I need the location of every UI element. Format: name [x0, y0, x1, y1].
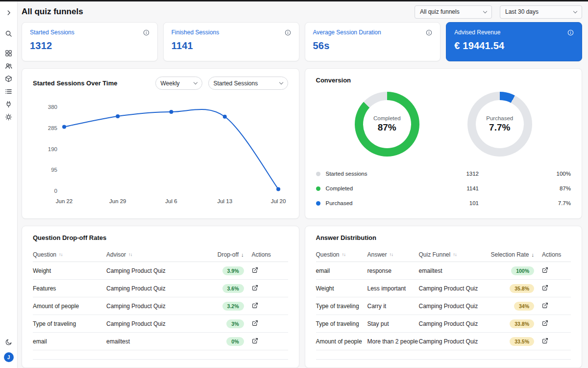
table-row: Features Camping Product Quiz 3.6% — [33, 280, 288, 297]
question-cell: email — [316, 267, 368, 274]
answer-cell: Stay put — [368, 320, 419, 327]
column-header-quiz-funnel[interactable]: Quiz Funnel↑↓ — [419, 251, 485, 258]
legend-percent: 87% — [479, 185, 571, 191]
svg-text:Jun 29: Jun 29 — [109, 198, 126, 204]
donut-value: 7.7% — [489, 122, 510, 133]
external-link-icon[interactable] — [542, 338, 548, 344]
question-cell: Weight — [33, 267, 106, 274]
stat-card-started-sessions: Started Sessions 1312 — [22, 22, 158, 61]
stat-card-advised-revenue: Advised Revenue € 19441.54 — [446, 22, 582, 61]
page-title: All quiz funnels — [22, 7, 415, 17]
column-header-answer[interactable]: Answer↑↓ — [368, 251, 419, 258]
external-link-icon[interactable] — [252, 302, 258, 309]
funnel-filter-value: All quiz funnels — [420, 8, 460, 15]
svg-text:0: 0 — [54, 188, 57, 194]
info-icon[interactable] — [426, 29, 432, 36]
external-link-icon[interactable] — [252, 320, 258, 326]
stat-value: 56s — [313, 40, 433, 52]
table-row: email emailtest 0% — [33, 333, 288, 350]
sidebar: J — [0, 1, 18, 368]
external-link-icon[interactable] — [542, 302, 548, 309]
expand-sidebar-icon[interactable] — [2, 6, 15, 19]
info-icon[interactable] — [567, 29, 574, 36]
purchased-donut-chart: Purchased 7.7% — [467, 92, 532, 157]
sessions-panel-title: Started Sessions Over Time — [33, 79, 117, 87]
questions-list-icon[interactable] — [2, 85, 15, 98]
interval-value: Weekly — [161, 80, 180, 87]
integrations-plug-icon[interactable] — [2, 98, 15, 110]
metric-select[interactable]: Started Sessions — [208, 77, 288, 90]
question-dropoff-panel: Question Drop-off Rates Question↑↓ Advis… — [22, 226, 299, 368]
table-row: email response emailtest 100% — [316, 262, 571, 280]
search-icon[interactable] — [2, 27, 15, 40]
date-range-select[interactable]: Last 30 days — [500, 5, 582, 19]
info-icon[interactable] — [143, 29, 149, 36]
conversion-donuts: Completed 87% Purchased 7.7% — [316, 92, 571, 157]
funnel-cell: Camping Product Quiz — [419, 320, 485, 327]
products-box-icon[interactable] — [2, 72, 15, 85]
svg-text:Jul 20: Jul 20 — [271, 198, 286, 204]
answer-distribution-panel: Answer Distribution Question↑↓ Answer↑↓ … — [305, 226, 583, 368]
external-link-icon[interactable] — [542, 320, 548, 326]
sort-icon: ↑↓ — [59, 252, 63, 257]
dropoff-badge: 0% — [226, 337, 244, 346]
chevron-down-icon — [279, 80, 283, 84]
external-link-icon[interactable] — [252, 267, 258, 273]
question-cell: Type of traveling — [33, 320, 106, 327]
column-header-actions: Actions — [244, 251, 288, 258]
dashboard-grid-icon[interactable] — [2, 47, 15, 59]
column-header-actions: Actions — [534, 251, 571, 258]
stat-label: Started Sessions — [30, 29, 74, 36]
funnel-cell: Camping Product Quiz — [419, 303, 485, 310]
selection-rate-badge: 34% — [514, 302, 534, 311]
legend-row-purchased: Purchased 101 7.7% — [316, 196, 571, 210]
funnel-cell: emailtest — [419, 267, 485, 274]
column-header-question[interactable]: Question↑↓ — [316, 251, 368, 258]
donut-value: 87% — [378, 122, 396, 133]
dropoff-badge: 3% — [226, 319, 244, 328]
answer-cell: Less important — [368, 285, 419, 292]
settings-gear-icon[interactable] — [2, 110, 15, 123]
svg-text:95: 95 — [51, 167, 57, 173]
question-cell: Type of traveling — [316, 320, 368, 327]
funnel-filter-select[interactable]: All quiz funnels — [415, 5, 492, 19]
stat-card-finished-sessions: Finished Sessions 1141 — [163, 22, 299, 61]
table-row: Type of traveling Stay put Camping Produ… — [316, 315, 571, 333]
column-header-dropoff[interactable]: Drop-off↓ — [197, 251, 244, 258]
question-cell: Weight — [316, 285, 368, 292]
info-icon[interactable] — [285, 29, 291, 36]
question-cell: Amount of people — [33, 303, 106, 310]
stat-value: 1312 — [30, 40, 149, 52]
external-link-icon[interactable] — [542, 267, 548, 273]
table-row: Type of traveling Camping Product Quiz 3… — [33, 315, 288, 333]
sort-icon: ↑↓ — [342, 252, 346, 257]
table-row: Weight Camping Product Quiz 3.9% — [33, 262, 288, 280]
stat-value: 1141 — [172, 40, 291, 52]
chevron-down-icon — [483, 9, 487, 13]
column-header-selection-rate[interactable]: Selection Rate↓ — [485, 251, 535, 258]
dark-mode-moon-icon[interactable] — [2, 336, 15, 348]
legend-count: 1312 — [432, 171, 479, 177]
external-link-icon[interactable] — [252, 285, 258, 291]
answer-cell: More than 2 people — [368, 338, 419, 345]
conversion-panel: Conversion Completed 87% Purchased 7.7% — [305, 68, 583, 219]
dropoff-badge: 3.6% — [222, 284, 244, 293]
column-header-advisor[interactable]: Advisor↑↓ — [106, 251, 197, 258]
main-content: All quiz funnels All quiz funnels Last 3… — [18, 1, 588, 368]
conversion-panel-title: Conversion — [316, 77, 571, 84]
conversion-legend: Started sessions 1312 100% Completed 114… — [316, 166, 571, 210]
answer-cell: Carry it — [368, 303, 419, 310]
sessions-over-time-panel: Started Sessions Over Time Weekly Starte… — [22, 68, 299, 219]
stat-label: Advised Revenue — [454, 29, 500, 36]
external-link-icon[interactable] — [252, 338, 258, 344]
question-cell: Features — [33, 285, 106, 292]
stat-label: Finished Sessions — [172, 29, 219, 36]
question-cell: Type of traveling — [316, 303, 368, 310]
interval-select[interactable]: Weekly — [155, 77, 202, 90]
external-link-icon[interactable] — [542, 285, 548, 291]
table-row-partial — [316, 350, 571, 360]
customers-icon[interactable] — [2, 59, 15, 72]
column-header-question[interactable]: Question↑↓ — [33, 251, 106, 258]
user-avatar[interactable]: J — [4, 352, 14, 362]
selection-rate-badge: 100% — [511, 266, 534, 275]
